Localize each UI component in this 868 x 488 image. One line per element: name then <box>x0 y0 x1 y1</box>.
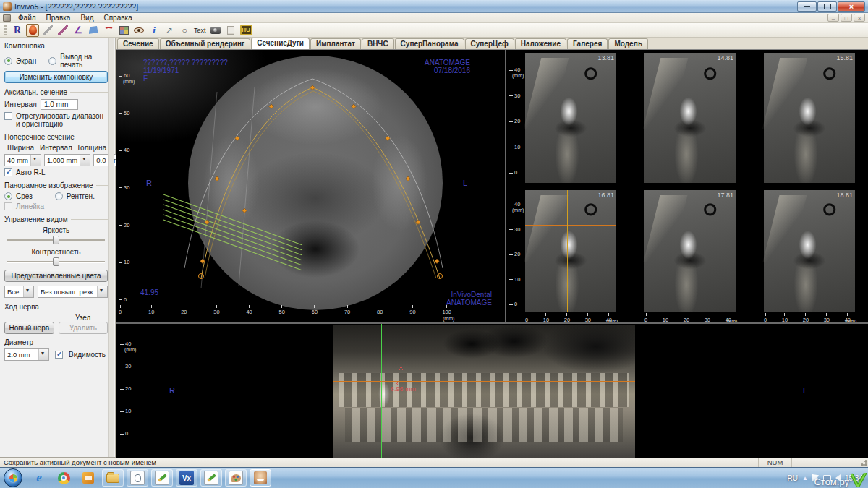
hu-tool-button[interactable]: HU <box>239 24 253 37</box>
brightness-slider-thumb[interactable] <box>53 236 59 244</box>
internet-explorer-button[interactable]: e <box>28 469 50 487</box>
invivo-app-button[interactable] <box>250 469 271 487</box>
arrow-tool-button[interactable]: ↗ <box>163 24 176 37</box>
resize-grip[interactable] <box>858 458 868 467</box>
axial-view[interactable]: ??????,????? ????????? 11/19/1971 F ANAT… <box>116 50 506 322</box>
editor2-app-button[interactable] <box>200 469 222 487</box>
tab-implant[interactable]: Имплантат <box>310 38 361 49</box>
tab-volume-render[interactable]: Объемный рендеринг <box>160 38 251 49</box>
xray-radio[interactable] <box>55 192 63 200</box>
maximize-button[interactable] <box>817 1 837 12</box>
menu-view[interactable]: Вид <box>76 13 98 22</box>
panoramic-ct-image[interactable] <box>333 325 635 458</box>
diameter-select[interactable]: 2.0 mm <box>4 348 49 361</box>
measure-point-icon <box>399 367 403 370</box>
outlook-button[interactable] <box>77 469 99 487</box>
vx-app-button[interactable]: Vx <box>176 469 197 487</box>
delete-node-button[interactable]: Удалить <box>59 322 109 334</box>
angle-tool-button[interactable]: ∠ <box>72 24 85 37</box>
print-radio[interactable] <box>48 57 56 65</box>
sidebar-scrollbar[interactable] <box>109 38 114 457</box>
measure-tool-button[interactable] <box>41 24 54 37</box>
cross-section-tile[interactable]: 17.81 <box>644 190 736 312</box>
screen-radio[interactable] <box>4 57 12 65</box>
taskbar: e Vx RU ▲ 15:34 Стом.ру <box>0 467 868 488</box>
mdi-close-button[interactable] <box>854 14 865 22</box>
area-tool-button[interactable] <box>87 24 100 37</box>
change-layout-button[interactable]: Изменить компоновку <box>4 71 108 83</box>
text-tool-button[interactable]: Text <box>193 24 207 37</box>
circle-tool-button[interactable]: ○ <box>178 24 191 37</box>
smile-photo-icon <box>254 471 267 484</box>
folder-icon <box>106 474 119 483</box>
width-label: Ширина <box>4 144 37 152</box>
start-button[interactable] <box>4 468 22 487</box>
panoramic-group: Панорамное изображение Срез Рентген. Лин… <box>4 181 108 210</box>
tab-superimposition[interactable]: Наложение <box>515 38 566 49</box>
paint-app-button[interactable] <box>225 469 247 487</box>
ruler-label: 0 <box>509 301 520 307</box>
mdi-restore-button[interactable] <box>841 14 852 22</box>
preset-colors-button[interactable]: Предустановленные цвета <box>4 270 108 282</box>
snapshot-tool-button[interactable] <box>209 24 222 37</box>
circle-icon: ○ <box>182 25 187 35</box>
sharpen-select[interactable]: Без повыш. резк. <box>38 286 108 298</box>
thickness-label: Толщина <box>75 144 108 152</box>
tab-model[interactable]: Модель <box>608 38 648 49</box>
auto-rl-checkbox[interactable] <box>4 168 12 176</box>
menu-file[interactable]: Файл <box>14 13 41 22</box>
cross-section-tile[interactable]: 13.81 <box>525 53 616 183</box>
menu-edit[interactable]: Правка <box>42 13 75 22</box>
width-select[interactable]: 40 mm <box>4 154 41 166</box>
nerve-group-title: Ход нерва <box>4 303 108 311</box>
panoramic-view[interactable]: 6.96 mm R L 403020100 (mm) <box>116 322 868 458</box>
info-tool-button[interactable]: i <box>148 24 161 37</box>
tooth-tool-button[interactable] <box>26 24 39 37</box>
minimize-button[interactable] <box>797 1 817 12</box>
cross-section-tile[interactable]: 14.81 <box>644 53 736 183</box>
tray-expand-icon[interactable]: ▲ <box>802 475 808 481</box>
contrast-slider-thumb[interactable] <box>53 257 59 266</box>
ruler-tool-button[interactable] <box>56 24 69 37</box>
report-tool-button[interactable] <box>224 24 237 37</box>
filter-select[interactable]: Все <box>4 286 34 298</box>
layout-tool-button[interactable] <box>117 24 130 37</box>
ruler-checkbox[interactable] <box>4 202 12 210</box>
language-indicator[interactable]: RU <box>788 474 798 482</box>
ruler-label: 30 <box>824 313 830 323</box>
curve-tool-button[interactable] <box>102 24 115 37</box>
editor-app-button[interactable] <box>151 469 173 487</box>
adjust-range-checkbox[interactable] <box>4 112 12 120</box>
mdi-minimize-button[interactable] <box>827 14 839 22</box>
contrast-slider[interactable] <box>7 257 105 267</box>
slice-radio[interactable] <box>4 192 12 200</box>
chrome-button[interactable] <box>53 469 75 487</box>
axial-interval-input[interactable]: 1.0 mm <box>41 99 78 110</box>
new-nerve-button[interactable]: Новый нерв <box>4 322 54 334</box>
explorer-button[interactable] <box>102 469 124 487</box>
side-label-left: L <box>803 386 807 395</box>
tab-arch-section[interactable]: СечениеДуги <box>251 38 310 49</box>
tab-superceph[interactable]: СуперЦеф <box>465 38 514 49</box>
visibility-tool-button[interactable] <box>132 24 145 37</box>
cross-section-tile[interactable]: 16.81 <box>525 190 616 312</box>
cross-section-tile[interactable]: 15.81 <box>764 53 855 183</box>
close-button[interactable] <box>838 1 865 12</box>
sharpen-value: Без повыш. резк. <box>38 288 97 296</box>
chevron-down-icon <box>97 286 107 297</box>
brightness-slider[interactable] <box>7 235 105 245</box>
ruler-label: 40 <box>509 202 520 207</box>
tab-tmj[interactable]: ВНЧС <box>362 38 394 49</box>
visibility-checkbox[interactable] <box>55 351 63 359</box>
ruler-label: 10 <box>543 313 549 323</box>
reorient-tool-button[interactable]: R <box>11 24 24 37</box>
dental-app-button[interactable] <box>127 469 148 487</box>
cross-section-tile[interactable]: 18.81 <box>764 190 855 312</box>
pano-section-indicator-line[interactable] <box>381 324 382 458</box>
interval-select[interactable]: 1.000 mm <box>44 154 90 166</box>
tab-superpano[interactable]: СуперПанорама <box>395 38 464 49</box>
menu-help[interactable]: Справка <box>99 13 136 22</box>
pano-axial-indicator-line[interactable] <box>333 381 635 382</box>
tab-gallery[interactable]: Галерея <box>567 38 608 49</box>
tab-section[interactable]: Сечение <box>117 38 159 49</box>
